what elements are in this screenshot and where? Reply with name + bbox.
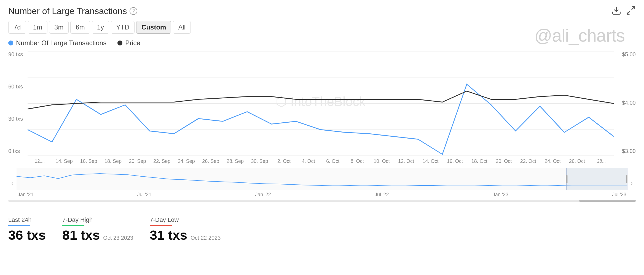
stat-7day-high-date: Oct 23 2023 bbox=[103, 235, 133, 241]
filter-1m[interactable]: 1m bbox=[28, 21, 47, 34]
filter-custom[interactable]: Custom bbox=[136, 21, 171, 34]
legend-dot-transactions bbox=[8, 41, 13, 45]
x-label-20: 22. Oct bbox=[516, 158, 541, 164]
mini-label-jul23: Jul '23 bbox=[612, 192, 626, 198]
svg-text:⬡ IntoTheBlock: ⬡ IntoTheBlock bbox=[276, 94, 366, 109]
scrollbar-thumb[interactable] bbox=[579, 200, 636, 202]
x-label-14: 10. Oct bbox=[369, 158, 394, 164]
mini-chart-row: ‹ Jan '21 Jul '21 bbox=[8, 168, 636, 198]
x-label-0: 12.... bbox=[28, 159, 52, 164]
filter-6m[interactable]: 6m bbox=[70, 21, 90, 34]
stat-7day-high-label: 7-Day High bbox=[62, 216, 133, 223]
x-label-2: 16. Sep bbox=[76, 158, 101, 164]
x-label-12: 6. Oct bbox=[321, 158, 345, 164]
stat-7day-low-value: 31 txs bbox=[150, 228, 187, 243]
stat-7day-low-date: Oct 22 2023 bbox=[190, 235, 221, 241]
x-label-18: 18. Oct bbox=[467, 158, 492, 164]
scroll-right-btn[interactable]: › bbox=[627, 180, 636, 186]
mini-label-jan23: Jan '23 bbox=[493, 192, 508, 198]
x-axis-labels: 12.... 14. Sep 16. Sep 18. Sep 20. Sep 2… bbox=[28, 156, 614, 167]
mini-label-jul21: Jul '21 bbox=[137, 192, 151, 198]
x-label-6: 24. Sep bbox=[174, 158, 198, 164]
filter-all[interactable]: All bbox=[173, 21, 191, 34]
x-label-17: 16. Oct bbox=[443, 158, 467, 164]
svg-line-1 bbox=[632, 7, 635, 10]
stat-7day-low-label: 7-Day Low bbox=[150, 216, 221, 223]
y-label-30: 30 txs bbox=[8, 116, 28, 122]
svg-line-2 bbox=[627, 11, 630, 14]
y-label-90: 90 txs bbox=[8, 51, 28, 58]
legend-dot-price bbox=[117, 41, 122, 45]
x-label-10: 2. Oct bbox=[272, 158, 296, 164]
stat-7day-low-underline bbox=[150, 225, 172, 226]
stats-row: Last 24h 36 txs 7-Day High 81 txs Oct 23… bbox=[8, 211, 636, 243]
stat-last24h-label: Last 24h bbox=[8, 216, 46, 223]
mini-chart-section: ‹ Jan '21 Jul '21 bbox=[8, 168, 636, 203]
x-label-11: 4. Oct bbox=[296, 158, 321, 164]
x-label-5: 22. Sep bbox=[150, 158, 174, 164]
info-icon[interactable]: ? bbox=[130, 7, 137, 15]
watermark: @ali_charts bbox=[534, 25, 625, 46]
mini-label-jan22: Jan '22 bbox=[255, 192, 271, 198]
x-label-8: 28. Sep bbox=[223, 158, 248, 164]
x-label-23: 28... bbox=[589, 159, 614, 164]
x-label-19: 20. Oct bbox=[492, 158, 516, 164]
expand-button[interactable] bbox=[626, 6, 636, 17]
mini-x-labels: Jan '21 Jul '21 Jan '22 Jul '22 Jan '23 … bbox=[17, 191, 627, 198]
y-label-60: 60 txs bbox=[8, 83, 28, 90]
x-label-7: 26. Sep bbox=[198, 158, 223, 164]
y-axis-right: $5.00 $4.00 $3.00 bbox=[614, 51, 636, 156]
mini-chart-inner: Jan '21 Jul '21 Jan '22 Jul '22 Jan '23 … bbox=[17, 168, 627, 198]
y-axis-left: 90 txs 60 txs 30 txs 0 txs bbox=[8, 51, 28, 156]
x-label-1: 14. Sep bbox=[52, 158, 77, 164]
y-price-5: $5.00 bbox=[614, 51, 636, 58]
main-chart-area: 90 txs 60 txs 30 txs 0 txs $5.00 $4.00 $… bbox=[8, 51, 636, 167]
legend-label-price: Price bbox=[125, 39, 140, 47]
stat-7day-high-underline bbox=[62, 225, 84, 226]
mini-chart-svg bbox=[17, 168, 627, 190]
legend-price: Price bbox=[117, 39, 140, 47]
scroll-left-btn[interactable]: ‹ bbox=[8, 180, 17, 186]
x-label-16: 14. Oct bbox=[418, 158, 443, 164]
y-label-0: 0 txs bbox=[8, 148, 28, 154]
main-chart-svg: ⬡ IntoTheBlock bbox=[28, 51, 614, 156]
chart-svg-container: ⬡ IntoTheBlock bbox=[28, 51, 614, 156]
legend-transactions: Number Of Large Transactions bbox=[8, 39, 106, 47]
svg-rect-12 bbox=[626, 175, 627, 183]
scrollbar[interactable] bbox=[8, 199, 636, 203]
filter-7d[interactable]: 7d bbox=[8, 21, 26, 34]
stat-7day-low: 7-Day Low 31 txs Oct 22 2023 bbox=[150, 216, 221, 243]
mini-label-jan21: Jan '21 bbox=[18, 192, 33, 198]
main-chart-wrapper: 90 txs 60 txs 30 txs 0 txs $5.00 $4.00 $… bbox=[8, 51, 636, 203]
y-price-4: $4.00 bbox=[614, 100, 636, 106]
stat-last24h: Last 24h 36 txs bbox=[8, 216, 46, 243]
stat-7day-high-value: 81 txs bbox=[62, 228, 100, 243]
x-label-9: 30. Sep bbox=[247, 158, 272, 164]
legend-label-transactions: Number Of Large Transactions bbox=[16, 39, 106, 47]
filter-ytd[interactable]: YTD bbox=[111, 21, 135, 34]
svg-rect-9 bbox=[17, 168, 627, 190]
x-label-22: 26. Oct bbox=[565, 158, 589, 164]
x-label-13: 8. Oct bbox=[345, 158, 370, 164]
download-button[interactable] bbox=[611, 6, 621, 17]
y-price-3: $3.00 bbox=[614, 148, 636, 154]
x-label-4: 20. Sep bbox=[125, 158, 150, 164]
filter-1y[interactable]: 1y bbox=[92, 21, 109, 34]
svg-rect-10 bbox=[566, 168, 627, 190]
stat-last24h-underline bbox=[8, 225, 30, 226]
x-label-21: 24. Oct bbox=[540, 158, 565, 164]
x-label-3: 18. Sep bbox=[101, 158, 125, 164]
filter-3m[interactable]: 3m bbox=[49, 21, 69, 34]
x-label-15: 12. Oct bbox=[394, 158, 418, 164]
chart-title: Number of Large Transactions bbox=[8, 6, 127, 16]
mini-label-jul22: Jul '22 bbox=[375, 192, 389, 198]
stat-7day-high: 7-Day High 81 txs Oct 23 2023 bbox=[62, 216, 133, 243]
svg-rect-11 bbox=[566, 175, 567, 183]
stat-last24h-value: 36 txs bbox=[8, 228, 46, 243]
